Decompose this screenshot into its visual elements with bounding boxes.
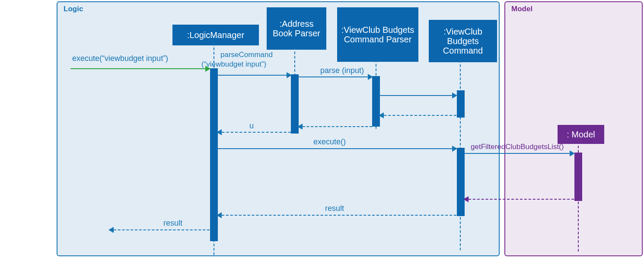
head-address-book-parser: :Address Book Parser [267,7,326,50]
lbl-parse-command-2: (“viewbudget input”) [201,60,266,69]
head-logic-manager: :LogicManager [172,25,259,45]
activation-vcb-command-parser [372,76,380,127]
model-frame-label: Model [511,5,532,13]
lbl-result-1: result [325,204,344,213]
activation-vcb-command-2 [457,148,465,216]
head-model: : Model [558,125,604,144]
lbl-parse-command-1: parseCommand [220,51,273,59]
head-viewclub-budgets-command: :ViewClub Budgets Command [429,20,497,62]
lbl-get-filtered: getFilteredClubBudgetsList() [471,143,564,151]
lbl-u: u [249,121,254,131]
lbl-parse-input: parse (input) [320,66,364,75]
activation-vcb-command-1 [457,90,465,118]
lbl-execute: execute() [313,137,346,147]
activation-model [574,153,582,201]
lbl-result-2: result [163,219,182,228]
lbl-execute-input: execute(“viewbudget input”) [72,54,168,63]
logic-frame-label: Logic [64,5,83,13]
head-viewclub-budgets-command-parser: :ViewClub Budgets Command Parser [337,7,418,62]
